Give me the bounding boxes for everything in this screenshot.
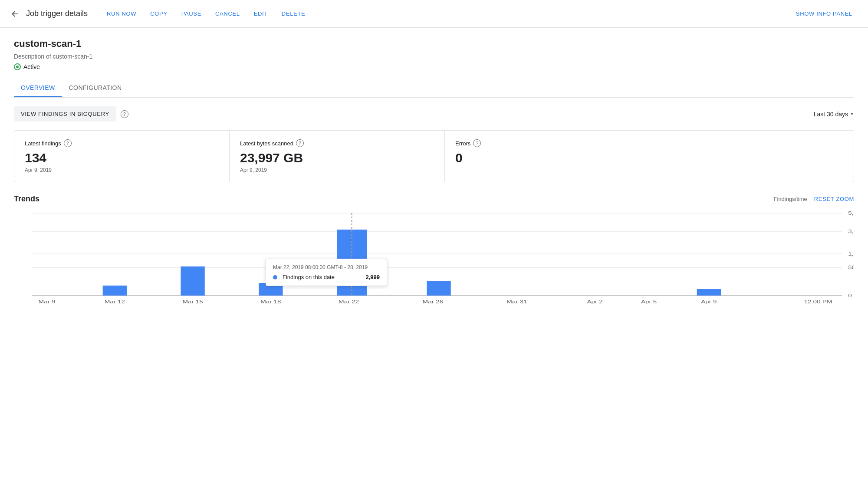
svg-text:Apr 2: Apr 2 bbox=[587, 299, 602, 304]
back-button[interactable] bbox=[10, 10, 19, 18]
main-content: custom-scan-1 Description of custom-scan… bbox=[0, 28, 868, 332]
svg-text:Mar 12: Mar 12 bbox=[105, 299, 125, 304]
svg-text:Mar 15: Mar 15 bbox=[182, 299, 203, 304]
stat-card-bytes: Latest bytes scanned ? 23,997 GB Apr 9, … bbox=[230, 131, 445, 182]
date-range-select[interactable]: Last 30 days ▼ bbox=[814, 111, 854, 118]
job-description: Description of custom-scan-1 bbox=[14, 53, 854, 60]
bytes-help-icon[interactable]: ? bbox=[296, 139, 304, 147]
svg-text:3,000: 3,000 bbox=[848, 229, 854, 234]
svg-text:Mar 22: Mar 22 bbox=[339, 299, 359, 304]
trends-chart: 5,000 3,000 1,000 500 0 Mar 9 Mar bbox=[14, 209, 854, 322]
svg-text:500: 500 bbox=[848, 265, 854, 270]
svg-rect-11 bbox=[103, 286, 127, 296]
show-info-panel-button[interactable]: SHOW INFO PANEL bbox=[791, 7, 858, 20]
tab-overview[interactable]: OVERVIEW bbox=[14, 79, 62, 97]
header: Job trigger details RUN NOW COPY PAUSE C… bbox=[0, 0, 868, 28]
svg-text:Apr 5: Apr 5 bbox=[641, 299, 657, 304]
stat-value-bytes: 23,997 GB bbox=[240, 151, 434, 165]
status-badge: Active bbox=[14, 63, 854, 70]
stat-value-findings: 134 bbox=[25, 151, 219, 165]
page-title: Job trigger details bbox=[26, 9, 88, 18]
svg-text:5,000: 5,000 bbox=[848, 210, 854, 216]
findings-help-icon[interactable]: ? bbox=[64, 139, 72, 147]
copy-button[interactable]: COPY bbox=[145, 7, 172, 20]
cancel-button[interactable]: CANCEL bbox=[210, 7, 245, 20]
svg-text:0: 0 bbox=[848, 293, 852, 298]
view-findings-button[interactable]: VIEW FINDINGS IN BIGQUERY bbox=[14, 106, 116, 122]
status-icon bbox=[14, 63, 21, 70]
svg-rect-16 bbox=[697, 289, 721, 296]
svg-text:Mar 31: Mar 31 bbox=[506, 299, 527, 304]
stats-container: Latest findings ? 134 Apr 9, 2019 Latest… bbox=[14, 130, 854, 182]
svg-rect-12 bbox=[181, 266, 204, 296]
stat-label-errors: Errors bbox=[455, 140, 470, 147]
svg-rect-13 bbox=[259, 283, 283, 296]
stat-date-findings: Apr 9, 2019 bbox=[25, 167, 219, 173]
pause-button[interactable]: PAUSE bbox=[176, 7, 207, 20]
svg-text:Mar 9: Mar 9 bbox=[39, 299, 56, 304]
svg-text:Apr 9: Apr 9 bbox=[701, 299, 717, 304]
stat-card-findings: Latest findings ? 134 Apr 9, 2019 bbox=[14, 131, 230, 182]
trends-title: Trends bbox=[14, 194, 39, 204]
status-label: Active bbox=[23, 63, 40, 70]
svg-text:Mar 18: Mar 18 bbox=[260, 299, 281, 304]
toolbar-row: VIEW FINDINGS IN BIGQUERY ? Last 30 days… bbox=[14, 106, 854, 122]
svg-text:12:00 PM: 12:00 PM bbox=[804, 299, 832, 304]
svg-text:1,000: 1,000 bbox=[848, 251, 854, 256]
stat-label-findings: Latest findings bbox=[25, 140, 61, 147]
view-findings-help-icon[interactable]: ? bbox=[121, 110, 128, 118]
findings-time-label: Findings/time bbox=[773, 196, 807, 202]
header-actions: RUN NOW COPY PAUSE CANCEL EDIT DELETE SH… bbox=[102, 7, 858, 20]
tabs: OVERVIEW CONFIGURATION bbox=[14, 79, 854, 98]
date-range-dropdown-arrow: ▼ bbox=[850, 112, 854, 116]
tab-configuration[interactable]: CONFIGURATION bbox=[62, 79, 129, 97]
trends-meta: Findings/time RESET ZOOM bbox=[773, 196, 854, 202]
job-name: custom-scan-1 bbox=[14, 38, 854, 49]
trends-header: Trends Findings/time RESET ZOOM bbox=[14, 194, 854, 204]
svg-text:Mar 26: Mar 26 bbox=[423, 299, 443, 304]
edit-button[interactable]: EDIT bbox=[249, 7, 273, 20]
chart-container: 5,000 3,000 1,000 500 0 Mar 9 Mar bbox=[14, 209, 854, 322]
stat-value-errors: 0 bbox=[455, 151, 843, 165]
run-now-button[interactable]: RUN NOW bbox=[102, 7, 141, 20]
stat-date-bytes: Apr 9, 2019 bbox=[240, 167, 434, 173]
errors-help-icon[interactable]: ? bbox=[473, 139, 481, 147]
delete-button[interactable]: DELETE bbox=[276, 7, 310, 20]
stat-card-errors: Errors ? 0 bbox=[445, 131, 854, 182]
svg-rect-15 bbox=[427, 281, 450, 296]
reset-zoom-button[interactable]: RESET ZOOM bbox=[814, 196, 854, 202]
stat-label-bytes: Latest bytes scanned bbox=[240, 140, 293, 147]
